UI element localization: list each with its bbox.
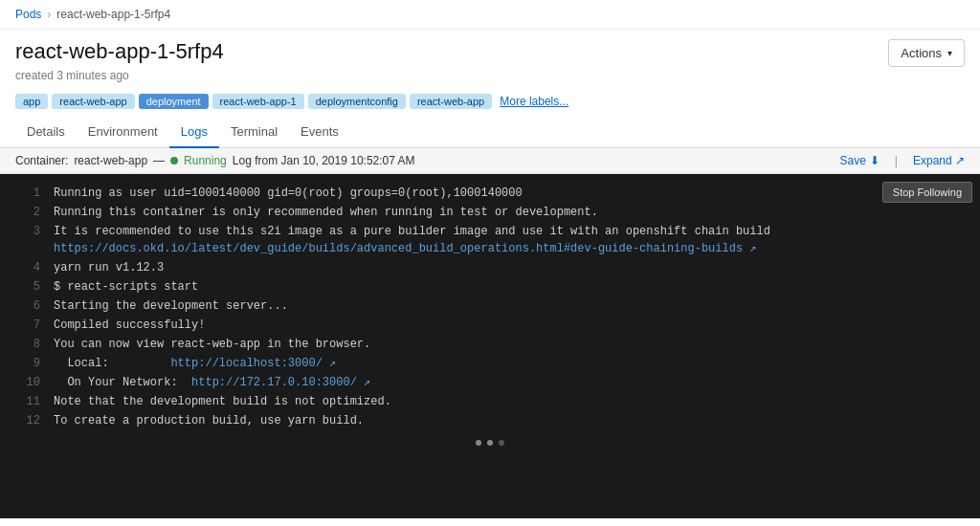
log-line: 2Running this container is only recommen…: [0, 203, 980, 222]
container-info: Container: react-web-app — Running Log f…: [15, 154, 415, 167]
line-number: 7: [11, 317, 40, 334]
log-line: 7Compiled successfully!: [0, 316, 980, 335]
external-link-icon: ↗: [743, 242, 756, 255]
line-number: 3: [11, 223, 40, 257]
line-content: Note that the development build is not o…: [54, 393, 391, 410]
line-number: 5: [11, 278, 40, 296]
tab-terminal[interactable]: Terminal: [219, 117, 289, 148]
scroll-dots: [0, 430, 980, 455]
line-number: 1: [11, 185, 40, 202]
line-content: Running as user uid=1000140000 gid=0(roo…: [54, 185, 523, 202]
line-number: 4: [11, 259, 40, 276]
log-line: 8You can now view react-web-app in the b…: [0, 335, 980, 354]
label-react-web-app[interactable]: react-web-app: [52, 94, 134, 109]
log-line: 4yarn run v1.12.3: [0, 258, 980, 277]
separator: |: [895, 154, 898, 167]
log-line: 9 Local: http://localhost:3000/ ↗: [0, 354, 980, 373]
line-content: yarn run v1.12.3: [54, 259, 164, 276]
line-content: You can now view react-web-app in the br…: [54, 336, 370, 353]
container-prefix: Container:: [15, 154, 68, 167]
log-line: 3It is recommended to use this s2i image…: [0, 222, 980, 258]
save-icon: ⬇: [870, 154, 880, 167]
stop-following-button[interactable]: Stop Following: [882, 182, 972, 203]
log-line: 6Starting the development server...: [0, 296, 980, 316]
line-content: Starting the development server...: [54, 297, 288, 315]
external-link-icon: ↗: [357, 376, 370, 389]
more-labels-link[interactable]: More labels...: [500, 95, 568, 108]
scroll-dot: [476, 440, 481, 446]
log-line: 1Running as user uid=1000140000 gid=0(ro…: [0, 184, 980, 203]
log-link[interactable]: http://172.17.0.10:3000/ ↗: [191, 376, 370, 389]
scroll-dot: [487, 440, 493, 446]
line-content: Running this container is only recommend…: [54, 204, 598, 221]
scroll-dot: [499, 440, 504, 446]
line-number: 11: [11, 393, 40, 410]
tab-logs[interactable]: Logs: [169, 117, 219, 148]
tab-details[interactable]: Details: [15, 117, 77, 148]
line-number: 12: [11, 412, 40, 429]
status-indicator: [170, 157, 178, 164]
breadcrumb-separator: ›: [47, 8, 51, 21]
labels-row: appreact-web-appdeploymentreact-web-app-…: [0, 90, 980, 117]
container-actions: Save ⬇ | Expand ↗: [839, 154, 965, 167]
line-number: 2: [11, 204, 40, 221]
log-from-text: Log from Jan 10, 2019 10:52:07 AM: [233, 154, 415, 167]
line-number: 6: [11, 297, 40, 315]
tab-environment[interactable]: Environment: [77, 117, 169, 148]
container-dash: —: [153, 154, 165, 167]
container-bar: Container: react-web-app — Running Log f…: [0, 148, 980, 174]
line-content: It is recommended to use this s2i image …: [54, 223, 770, 257]
line-content: $ react-scripts start: [54, 278, 198, 296]
line-number: 8: [11, 336, 40, 353]
current-page-label: react-web-app-1-5rfp4: [56, 8, 170, 21]
expand-link[interactable]: Expand ↗: [913, 154, 965, 167]
log-link[interactable]: https://docs.okd.io/latest/dev_guide/bui…: [54, 242, 757, 255]
line-content: Local: http://localhost:3000/ ↗: [54, 355, 336, 372]
status-text: Running: [184, 154, 227, 167]
label-react-web-app-1[interactable]: react-web-app-1: [212, 94, 304, 109]
expand-label: Expand ↗: [913, 154, 965, 167]
line-number: 10: [11, 374, 40, 391]
line-content: On Your Network: http://172.17.0.10:3000…: [54, 374, 370, 391]
log-lines: 1Running as user uid=1000140000 gid=0(ro…: [0, 184, 980, 430]
line-content: Compiled successfully!: [54, 317, 205, 334]
external-link-icon: ↗: [323, 357, 336, 370]
label-deployment[interactable]: deployment: [139, 94, 209, 109]
pods-link[interactable]: Pods: [15, 8, 41, 21]
line-content: To create a production build, use yarn b…: [54, 412, 364, 429]
page-title: react-web-app-1-5rfp4: [15, 39, 224, 64]
actions-button[interactable]: Actions ▾: [888, 39, 965, 67]
save-link[interactable]: Save ⬇: [839, 154, 879, 167]
log-link[interactable]: http://localhost:3000/ ↗: [170, 357, 336, 370]
save-label: Save: [839, 154, 865, 167]
tab-events[interactable]: Events: [289, 117, 350, 148]
log-line: 5$ react-scripts start: [0, 277, 980, 296]
label-react-web-app-2[interactable]: react-web-app: [410, 94, 492, 109]
page-header: react-web-app-1-5rfp4 created 3 minutes …: [0, 30, 980, 90]
label-app[interactable]: app: [15, 94, 48, 109]
chevron-down-icon: ▾: [947, 48, 952, 58]
line-number: 9: [11, 355, 40, 372]
label-deploymentconfig[interactable]: deploymentconfig: [308, 94, 406, 109]
log-line: 12To create a production build, use yarn…: [0, 411, 980, 430]
title-area: react-web-app-1-5rfp4 created 3 minutes …: [15, 39, 224, 82]
actions-label: Actions: [901, 46, 942, 60]
log-line: 10 On Your Network: http://172.17.0.10:3…: [0, 373, 980, 392]
page-subtitle: created 3 minutes ago: [15, 69, 129, 82]
breadcrumb: Pods › react-web-app-1-5rfp4: [0, 0, 980, 30]
container-name: react-web-app: [74, 154, 147, 167]
tabs-nav: DetailsEnvironmentLogsTerminalEvents: [0, 117, 980, 148]
log-line: 11Note that the development build is not…: [0, 392, 980, 411]
log-container: Stop Following 1Running as user uid=1000…: [0, 174, 980, 518]
